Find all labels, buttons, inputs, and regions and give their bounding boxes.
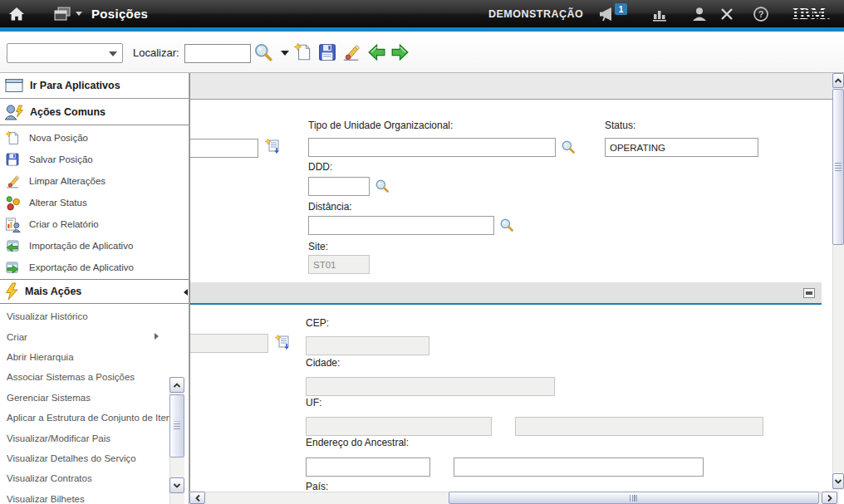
profile-button[interactable]: [691, 0, 708, 27]
help-button[interactable]: ?: [753, 0, 769, 27]
more-action-item[interactable]: Visualizar Detalhes do Serviço: [0, 448, 189, 468]
chevron-down-icon: [109, 51, 117, 56]
sidebar-scroll-up-button[interactable]: [169, 377, 184, 393]
find-input[interactable]: [184, 44, 251, 63]
more-actions-list: Visualizar Histórico Criar Abrir Hierarq…: [0, 304, 189, 504]
vertical-scrollbar-thumb[interactable]: [832, 89, 844, 245]
more-action-item[interactable]: Gerenciar Sistemas: [0, 388, 189, 408]
more-action-item[interactable]: Associar Sistemas a Posições: [0, 367, 189, 387]
reports-button[interactable]: [651, 0, 668, 27]
site-label: Site:: [308, 241, 328, 252]
common-actions-icon: [4, 103, 24, 121]
distancia-label: Distância:: [308, 201, 352, 213]
uf-input: [306, 417, 492, 436]
endereco-ancestral-input[interactable]: [306, 458, 430, 477]
more-action-item[interactable]: Visualizar/Modificar Pais: [0, 428, 189, 448]
sidebar-scrollbar-thumb[interactable]: [169, 394, 184, 458]
collapse-sidebar-arrow[interactable]: [184, 289, 188, 296]
query-select[interactable]: [7, 43, 123, 63]
distancia-lookup-button[interactable]: [498, 217, 516, 233]
minimize-section-button[interactable]: [803, 288, 815, 298]
action-salvar-posicao[interactable]: Salvar Posição: [0, 149, 189, 170]
next-record-button[interactable]: [389, 42, 410, 63]
org-unit-type-input[interactable]: [308, 138, 556, 157]
application-window: Posições DEMONSTRAÇÃO 1: [0, 0, 844, 504]
more-action-item[interactable]: Visualizar Bilhetes: [0, 489, 189, 504]
clear-changes-button[interactable]: [340, 42, 361, 63]
scroll-up-button[interactable]: [832, 73, 844, 88]
action-nova-posicao[interactable]: Nova Posição: [0, 127, 189, 149]
save-record-button[interactable]: [316, 42, 338, 63]
uf-label: UF:: [306, 397, 321, 409]
action-alterar-status[interactable]: Alterar Status: [0, 192, 189, 213]
action-importacao-aplicativo[interactable]: Importação de Aplicativo: [0, 235, 189, 257]
submenu-arrow-icon: [155, 333, 159, 340]
scroll-left-button[interactable]: [189, 492, 205, 504]
more-action-item[interactable]: Criar: [0, 326, 189, 346]
org-unit-type-label: Tipo de Unidade Organizacional:: [308, 120, 453, 131]
sidebar-scroll-down-button[interactable]: [169, 477, 184, 493]
more-action-label: Visualizar Bilhetes: [7, 494, 85, 504]
long-description-button[interactable]: [264, 138, 282, 154]
search-icon: [499, 218, 514, 232]
status-input[interactable]: [605, 138, 758, 157]
new-record-button[interactable]: [292, 42, 314, 63]
action-exportacao-aplicativo[interactable]: Exportação de Aplicativo: [0, 257, 189, 278]
sign-out-button[interactable]: [719, 0, 734, 27]
action-limpar-alteracoes[interactable]: Limpar Alterações: [0, 170, 189, 192]
search-icon: [561, 139, 576, 154]
more-action-item[interactable]: Visualizar Histórico: [0, 306, 189, 326]
horizontal-scrollbar-thumb[interactable]: [449, 492, 819, 504]
previous-record-button[interactable]: [366, 42, 387, 63]
more-action-label: Visualizar Histórico: [7, 311, 88, 321]
ddd-label: DDD:: [308, 161, 332, 173]
sidebar-go-to-applications[interactable]: Ir Para Aplicativos: [0, 73, 189, 99]
uf-description-input: [515, 417, 763, 436]
search-button[interactable]: [253, 42, 274, 63]
top-navigation-bar: Posições DEMONSTRAÇÃO 1: [0, 0, 844, 27]
new-document-icon: [3, 130, 22, 146]
home-button[interactable]: [8, 0, 25, 27]
action-label: Exportação de Aplicativo: [29, 262, 134, 272]
chevron-right-icon: [827, 494, 833, 502]
distancia-input[interactable]: [308, 216, 494, 235]
change-status-icon: [3, 195, 22, 211]
endereco-ancestral-description-input[interactable]: [454, 458, 704, 477]
search-icon: [253, 42, 273, 62]
sidebar-go-to-label: Ir Para Aplicativos: [30, 80, 120, 91]
main-content: Tipo de Unidade Organizacional: Status: …: [189, 73, 832, 504]
save-icon: [3, 152, 22, 167]
ddd-lookup-button[interactable]: [373, 178, 391, 194]
action-label: Limpar Alterações: [29, 176, 106, 186]
person-icon: [691, 7, 708, 22]
application-import-icon: [3, 238, 22, 254]
announcements-button[interactable]: [596, 0, 616, 27]
long-description-button[interactable]: [274, 334, 292, 350]
pais-label: País:: [306, 481, 328, 492]
more-action-item[interactable]: Abrir Hierarquia: [0, 347, 189, 367]
grip-icon: [835, 163, 842, 172]
action-label: Criar o Relatório: [29, 219, 99, 229]
action-criar-relatorio[interactable]: Criar o Relatório: [0, 213, 189, 235]
more-action-item[interactable]: Visualizar Contratos: [0, 468, 189, 488]
cidade-input: [306, 377, 555, 396]
ddd-input[interactable]: [308, 177, 370, 196]
scroll-down-button[interactable]: [832, 473, 844, 489]
scroll-right-button[interactable]: [822, 492, 837, 504]
go-to-apps-menu-button[interactable]: [53, 0, 82, 27]
bar-chart-icon: [651, 7, 668, 22]
long-description-icon: [264, 138, 282, 154]
more-action-item[interactable]: Aplicar a Estrutura de Conjunto de Itens: [0, 408, 189, 428]
org-unit-type-lookup-button[interactable]: [559, 139, 577, 155]
chevron-up-icon: [173, 382, 181, 389]
ancestor-input: [189, 334, 268, 353]
address-section-header: [190, 282, 822, 305]
more-action-label: Associar Sistemas a Posições: [7, 372, 135, 382]
position-input[interactable]: [189, 139, 258, 158]
endereco-ancestral-label: Endereço do Ancestral:: [306, 437, 409, 448]
grip-icon: [174, 422, 180, 431]
sidebar-more-actions-label: Mais Ações: [25, 286, 81, 297]
more-action-label: Visualizar/Modificar Pais: [7, 433, 110, 443]
search-options-caret[interactable]: [281, 51, 289, 56]
tab-strip-area: [190, 73, 832, 100]
